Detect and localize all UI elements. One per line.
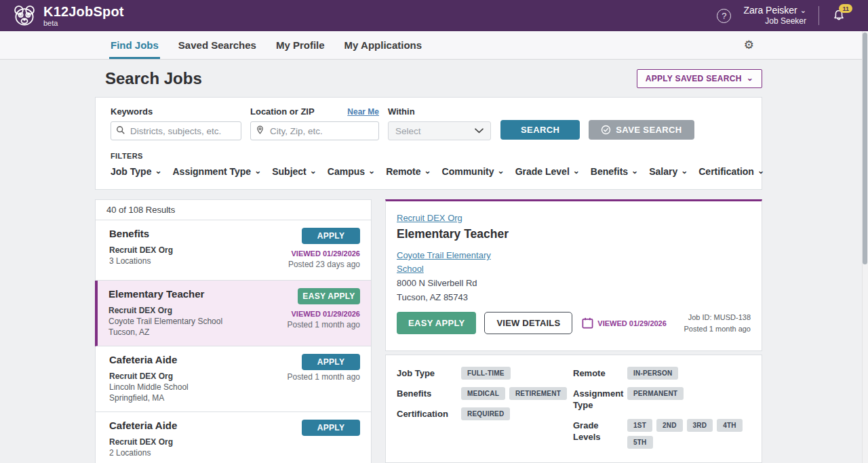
filter-community[interactable]: Community⌄	[442, 166, 505, 177]
main-nav: Find Jobs Saved Searches My Profile My A…	[0, 31, 868, 60]
tab-saved-searches[interactable]: Saved Searches	[177, 31, 258, 59]
scrollbar-thumb[interactable]	[863, 33, 867, 264]
detail-job-title: Elementary Teacher	[397, 227, 751, 241]
settings-gear-icon[interactable]: ⚙	[744, 31, 754, 59]
job-card-org: Recruit DEX Org	[109, 371, 189, 381]
detail-viewed-date: VIEWED 01/29/2026	[597, 319, 667, 327]
viewed-date: VIEWED 01/29/2026	[291, 249, 360, 258]
job-card-benefits[interactable]: Benefits Recruit DEX Org 3 Locations APP…	[95, 220, 372, 281]
apply-button[interactable]: APPLY	[302, 228, 360, 244]
filter-assignment-type[interactable]: Assignment Type⌄	[172, 166, 261, 177]
page-title: Search Jobs	[105, 69, 202, 88]
view-details-button[interactable]: VIEW DETAILS	[484, 312, 572, 334]
filter-label: Certification	[698, 166, 754, 177]
page-scrollbar[interactable]	[862, 31, 868, 463]
filters-label: FILTERS	[111, 152, 747, 160]
app-header: K12JobSpot beta ? Zara Peisker⌄ Job Seek…	[0, 0, 868, 31]
chevron-down-icon: ⌄	[573, 166, 580, 176]
filter-label: Grade Level	[515, 166, 570, 177]
attr-badge: PERMANENT	[627, 387, 684, 400]
posted-ago: Posted 1 month ago	[288, 372, 360, 382]
job-card-title: Elementary Teacher	[108, 288, 222, 300]
mascot-dog-icon	[12, 3, 37, 28]
attr-badge: 1ST	[627, 419, 652, 432]
brand-logo[interactable]: K12JobSpot beta	[12, 3, 124, 28]
filter-grade-level[interactable]: Grade Level⌄	[515, 166, 580, 177]
filter-row: Job Type⌄ Assignment Type⌄ Subject⌄ Camp…	[111, 166, 747, 177]
save-search-button[interactable]: SAVE SEARCH	[589, 120, 694, 140]
notifications-button[interactable]: 11	[831, 8, 846, 23]
job-card-cafeteria-aide-1[interactable]: Cafeteria Aide Recruit DEX Org Lincoln M…	[95, 346, 372, 412]
search-button[interactable]: SEARCH	[500, 120, 580, 140]
job-card-title: Cafeteria Aide	[109, 354, 189, 365]
keywords-input[interactable]	[111, 121, 241, 140]
attr-label-job-type: Job Type	[397, 367, 461, 380]
filter-remote[interactable]: Remote⌄	[386, 166, 431, 177]
results-list: 40 of 108 Results Benefits Recruit DEX O…	[95, 199, 372, 463]
viewed-date: VIEWED 01/29/2026	[291, 310, 360, 318]
filter-certification[interactable]: Certification⌄	[698, 166, 764, 177]
filter-salary[interactable]: Salary⌄	[649, 166, 688, 177]
job-card-line: Lincoln Middle School	[109, 382, 189, 392]
chevron-down-icon: ⌄	[368, 166, 375, 176]
job-card-org: Recruit DEX Org	[109, 245, 173, 255]
job-card-title: Cafeteria Aide	[109, 420, 177, 431]
apply-button[interactable]: APPLY	[302, 420, 360, 436]
job-card-line: Coyote Trail Elementary School	[108, 317, 222, 326]
job-card-cafeteria-aide-2[interactable]: Cafeteria Aide Recruit DEX Org 2 Locatio…	[95, 412, 372, 463]
user-menu[interactable]: Zara Peisker⌄ Job Seeker	[743, 5, 806, 27]
keywords-label: Keywords	[111, 106, 241, 117]
within-select[interactable]: Select	[388, 121, 491, 140]
attr-badge: REQUIRED	[461, 407, 510, 420]
attr-badge: FULL-TIME	[461, 367, 511, 380]
easy-apply-button[interactable]: EASY APPLY	[298, 288, 360, 304]
attr-label-assignment-type: Assignment Type	[573, 387, 627, 411]
brand-beta-label: beta	[43, 20, 124, 27]
detail-school-link[interactable]: Coyote Trail Elementary School	[397, 249, 504, 275]
results-count: 40 of 108 Results	[95, 199, 372, 220]
chevron-down-icon: ⌄	[425, 166, 431, 176]
help-icon[interactable]: ?	[717, 9, 731, 23]
detail-job-id: Job ID: MUSD-138	[684, 312, 751, 323]
job-card-org: Recruit DEX Org	[109, 437, 177, 447]
filter-label: Remote	[386, 166, 420, 177]
near-me-link[interactable]: Near Me	[347, 107, 379, 117]
attr-label-remote: Remote	[573, 367, 627, 380]
location-input[interactable]	[250, 121, 379, 140]
job-card-line: 3 Locations	[109, 256, 173, 266]
calendar-icon	[581, 317, 594, 329]
location-pin-icon	[256, 125, 264, 134]
chevron-down-icon: ⌄	[757, 166, 764, 176]
attr-badge: IN-PERSON	[627, 367, 678, 380]
chevron-down-icon: ⌄	[800, 6, 806, 14]
attr-badge: 5TH	[627, 436, 653, 449]
job-card-elementary-teacher[interactable]: Elementary Teacher Recruit DEX Org Coyot…	[95, 281, 372, 346]
tab-my-profile[interactable]: My Profile	[275, 31, 326, 59]
attr-badge: RETIREMENT	[509, 387, 567, 400]
save-search-label: SAVE SEARCH	[616, 125, 682, 135]
search-panel: Keywords Location or ZIP Near Me	[95, 97, 762, 190]
detail-address-line2: Tucson, AZ 85743	[397, 291, 751, 304]
user-role: Job Seeker	[743, 16, 806, 26]
chevron-down-icon: ⌄	[681, 166, 688, 176]
filter-subject[interactable]: Subject⌄	[272, 166, 317, 177]
apply-saved-search-button[interactable]: APPLY SAVED SEARCH ⌄	[637, 69, 762, 88]
search-icon	[116, 125, 125, 135]
job-card-line: 2 Locations	[109, 448, 177, 458]
filter-benefits[interactable]: Benefits⌄	[591, 166, 638, 177]
chevron-down-icon: ⌄	[631, 166, 638, 176]
notification-badge: 11	[839, 4, 852, 13]
detail-address-line1: 8000 N Silverbell Rd	[397, 277, 751, 289]
filter-campus[interactable]: Campus⌄	[328, 166, 375, 177]
header-divider	[818, 6, 819, 25]
tab-find-jobs[interactable]: Find Jobs	[109, 31, 160, 59]
within-select-value: Select	[395, 126, 421, 136]
filter-label: Campus	[328, 166, 365, 177]
tab-my-applications[interactable]: My Applications	[343, 31, 423, 59]
chevron-down-icon: ⌄	[310, 166, 317, 176]
filter-job-type[interactable]: Job Type⌄	[111, 166, 161, 177]
apply-button[interactable]: APPLY	[302, 354, 360, 370]
save-search-check-icon	[601, 125, 611, 135]
detail-org-link[interactable]: Recruit DEX Org	[397, 213, 462, 223]
detail-easy-apply-button[interactable]: EASY APPLY	[397, 312, 476, 334]
